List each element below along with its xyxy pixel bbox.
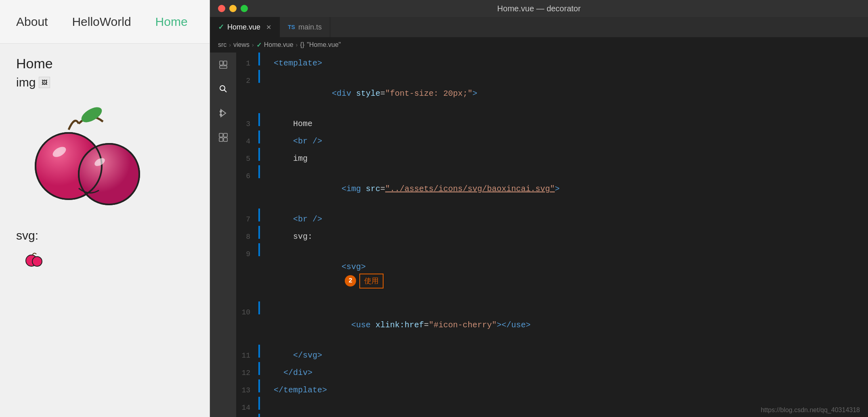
svg-point-18 [220,111,222,112]
code-line-5: 5 img [236,148,868,165]
img-placeholder-icon: 🖼 [39,77,50,88]
code-line-10: 10 <use xlink:href="#icon-cherry"></use> [236,301,868,345]
editor-main: 1 <template> 2 <div style="font-size: 20… [210,53,868,417]
breadcrumb: src › views › ✓ Home.vue › {} "Home.vue" [210,37,868,53]
preview-img-label: img [16,76,36,89]
code-line-13: 13 </template> [236,379,868,397]
code-line-3: 3 Home [236,113,868,131]
svg-rect-14 [220,66,227,68]
code-line-15: 15 <script lang="ts"> 引入svg [236,414,868,417]
activity-files-icon[interactable] [215,57,231,73]
svg-rect-23 [224,138,227,141]
tab-home-vue[interactable]: ✓ Home.vue ✕ [210,17,280,37]
svg-point-11 [32,257,42,266]
watermark: https://blog.csdn.net/qq_40314318 [761,406,860,414]
bc-arrow-1: › [229,42,231,48]
tabs-bar: ✓ Home.vue ✕ TS main.ts [210,17,868,37]
ts-icon: TS [288,24,295,30]
bc-arrow-3: › [296,42,298,48]
bc-views: views [233,41,249,48]
vue-icon: ✓ [218,23,224,32]
code-line-9: 9 <svg> 2 使用 [236,243,868,301]
activity-search-icon[interactable] [215,81,231,97]
code-line-12: 12 </div> [236,362,868,379]
svg-point-19 [220,114,222,116]
svg-rect-22 [219,138,223,141]
code-line-7: 7 <br /> [236,208,868,226]
cherry-illustration [24,97,153,219]
nav-home[interactable]: Home [155,15,188,29]
code-line-8: 8 svg: [236,226,868,243]
code-line-4: 4 <br /> [236,131,868,148]
code-editor[interactable]: 1 <template> 2 <div style="font-size: 20… [236,53,868,417]
preview-img-row: img 🖼 [16,76,193,89]
tab-home-vue-label: Home.vue [227,23,260,32]
traffic-lights [218,5,248,12]
bc-vue-icon: ✓ [256,41,262,49]
svg-point-15 [220,86,225,91]
bc-arrow-2: › [252,42,254,48]
code-line-2: 2 <div style="font-size: 20px;"> [236,70,868,113]
tab-close-icon[interactable]: ✕ [266,23,271,31]
traffic-light-red[interactable] [218,5,225,12]
code-line-6: 6 <img src="../assets/icons/svg/baoxinca… [236,165,868,208]
activity-debug-icon[interactable] [215,105,231,121]
left-panel: About HelloWorld Home Sun Home img 🖼 [0,0,210,417]
editor-titlebar: Home.vue — decorator [210,0,868,17]
bc-src: src [218,41,226,48]
activity-bar [210,53,236,417]
svg-small-preview [24,249,44,269]
traffic-light-green[interactable] [241,5,248,12]
nav-helloworld[interactable]: HelloWorld [72,15,131,29]
traffic-light-yellow[interactable] [229,5,237,12]
titlebar-title: Home.vue — decorator [497,4,581,13]
activity-extensions-icon[interactable] [215,129,231,145]
tab-main-ts[interactable]: TS main.ts [280,17,330,37]
annotation-use-label: 使用 [359,274,384,289]
svg-point-1 [79,104,104,125]
code-line-1: 1 <template> [236,53,868,70]
bc-home-vue-str: "Home.vue" [307,41,341,48]
svg-rect-21 [224,133,227,137]
nav-bar: About HelloWorld Home Sun [0,0,210,44]
preview-svg-label: svg: [16,229,193,242]
nav-about[interactable]: About [16,15,48,29]
annotation-badge-2: 2 [345,275,356,286]
bc-home-vue: Home.vue [264,41,294,48]
bc-brackets: {} [300,41,304,48]
tab-main-ts-label: main.ts [298,23,322,32]
svg-rect-12 [220,61,223,65]
preview-content: Home img 🖼 [0,44,210,417]
code-line-11: 11 </svg> [236,345,868,362]
svg-rect-20 [219,133,223,137]
svg-rect-13 [224,61,227,65]
svg-line-16 [224,90,226,93]
preview-home-label: Home [16,56,193,72]
right-panel: Home.vue — decorator ✓ Home.vue ✕ TS mai… [210,0,868,417]
